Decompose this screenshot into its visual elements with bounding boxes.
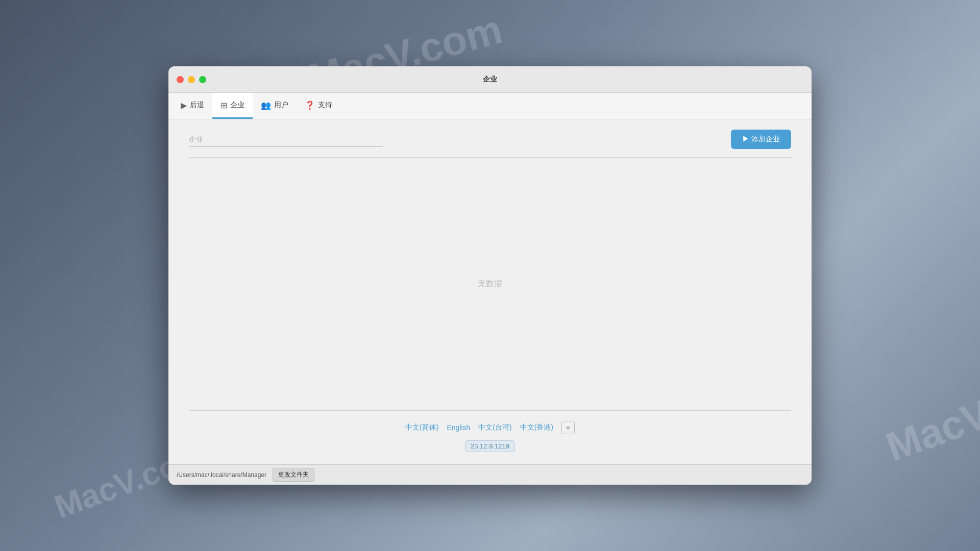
titlebar: 企业: [168, 66, 812, 93]
lang-en[interactable]: English: [447, 423, 470, 432]
content-header: ▶ 添加企业: [168, 119, 812, 157]
close-button[interactable]: [177, 76, 184, 83]
nav-enterprise[interactable]: ⊞ 企业: [212, 93, 253, 119]
nav-back[interactable]: ▶ 后退: [173, 93, 212, 119]
nav-users[interactable]: 👥 用户: [253, 93, 297, 119]
add-enterprise-button[interactable]: ▶ 添加企业: [731, 130, 791, 149]
version-text: 23.12.9.1219: [471, 442, 509, 450]
enterprise-icon: ⊞: [220, 101, 227, 110]
empty-state: 无数据: [168, 158, 812, 410]
lang-zh-tw[interactable]: 中文(台湾): [478, 423, 511, 432]
nav-enterprise-label: 企业: [230, 101, 244, 110]
empty-label: 无数据: [478, 279, 502, 289]
maximize-button[interactable]: [199, 76, 206, 83]
minimize-button[interactable]: [188, 76, 195, 83]
lang-more-button[interactable]: +: [561, 421, 575, 434]
lang-zh-cn[interactable]: 中文(简体): [405, 423, 438, 432]
change-folder-label: 更改文件夹: [278, 471, 309, 478]
nav-support[interactable]: ❓ 支持: [297, 93, 340, 119]
support-icon: ❓: [305, 101, 315, 110]
toolbar: ▶ 后退 ⊞ 企业 👥 用户 ❓ 支持: [168, 93, 812, 119]
window-controls: [177, 76, 206, 83]
add-enterprise-label: ▶ 添加企业: [742, 135, 780, 144]
nav-users-label: 用户: [274, 101, 288, 110]
window-title: 企业: [483, 75, 497, 84]
footer: 中文(简体) English 中文(台湾) 中文(香港) + 23.12.9.1…: [168, 411, 812, 464]
users-icon: 👥: [261, 101, 271, 110]
change-folder-button[interactable]: 更改文件夹: [273, 468, 314, 482]
language-row: 中文(简体) English 中文(台湾) 中文(香港) +: [405, 421, 575, 434]
enterprise-search-input[interactable]: [189, 132, 383, 147]
main-window: 企业 ▶ 后退 ⊞ 企业 👥 用户 ❓ 支持 ▶ 添加企业: [168, 66, 812, 485]
statusbar: /Users/mac/.local/share/Manager 更改文件夹: [168, 464, 812, 485]
version-badge: 23.12.9.1219: [465, 440, 515, 452]
watermark-right: MacV.c: [880, 380, 980, 471]
statusbar-path: /Users/mac/.local/share/Manager: [177, 471, 266, 479]
nav-support-label: 支持: [318, 101, 332, 110]
content-area: ▶ 添加企业 无数据 中文(简体) English 中文(台湾) 中文(香港) …: [168, 119, 812, 464]
back-icon: ▶: [181, 101, 187, 110]
lang-more-icon: +: [566, 423, 570, 432]
lang-zh-hk[interactable]: 中文(香港): [520, 423, 553, 432]
nav-back-label: 后退: [190, 101, 204, 110]
